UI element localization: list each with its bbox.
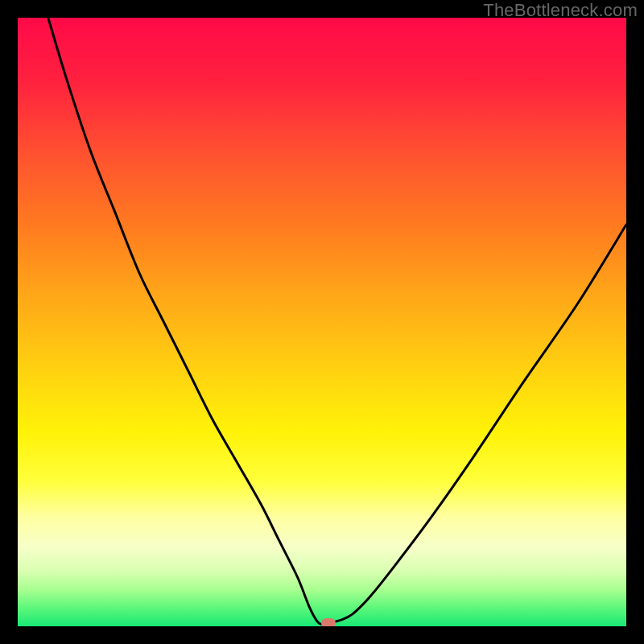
plot-area bbox=[18, 18, 626, 626]
optimum-marker bbox=[321, 618, 336, 626]
watermark-text: TheBottleneck.com bbox=[483, 0, 638, 21]
chart-frame: TheBottleneck.com bbox=[0, 0, 644, 644]
bottleneck-curve bbox=[18, 18, 626, 626]
